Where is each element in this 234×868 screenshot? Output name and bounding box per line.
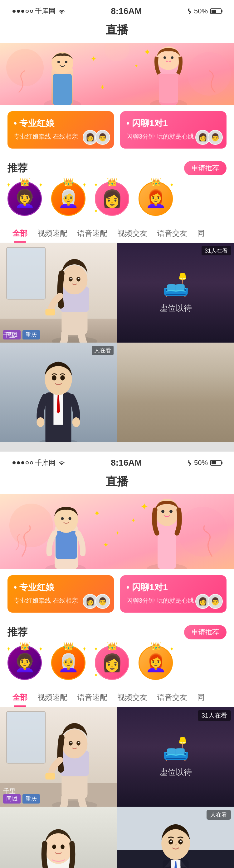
- svg-point-71: [76, 741, 80, 746]
- tab-all-2[interactable]: 全部: [7, 689, 32, 707]
- svg-rect-42: [60, 441, 67, 442]
- live-photo2-virtual: 31人在看 🛋️ 虚位以待: [117, 707, 234, 807]
- live-cell2-whiteshirt[interactable]: 同城 重庆: [0, 807, 117, 868]
- live-cell2-girl1[interactable]: 同城 重庆 千里: [0, 707, 117, 807]
- recommend-title-2: 推荐: [7, 625, 27, 639]
- tab-all[interactable]: 全部: [7, 225, 32, 243]
- svg-rect-10: [53, 74, 72, 105]
- live-grid2-row2: 同城 重庆: [0, 807, 234, 868]
- live-cell2-suitman[interactable]: 人在看: [117, 807, 234, 868]
- sparkle-6: ✦: [170, 182, 174, 188]
- svg-text:✦: ✦: [94, 508, 101, 518]
- rec-item-5[interactable]: 👑 👩‍🦱 ✦ ✦: [7, 646, 42, 680]
- signal-dots: [12, 10, 33, 13]
- live-cell-partial[interactable]: [117, 343, 234, 442]
- svg-point-56: [161, 510, 164, 513]
- svg-point-73: [78, 742, 79, 743]
- svg-text:✦: ✦: [103, 541, 109, 549]
- dot-4: [26, 10, 29, 13]
- tag-tongcheng-2: 同城: [3, 794, 21, 804]
- category-cards-2: 专业红娘 专业红娘牵线 在线相亲 👩 👨 闪聊1对1 闪聊3分钟 玩的就是心跳 …: [0, 569, 234, 619]
- sofa-icon-2: 🛋️: [162, 736, 189, 762]
- crown-icon-1: 👑: [19, 179, 30, 187]
- svg-text:✦: ✦: [100, 84, 105, 91]
- status-right-2: 50%: [187, 459, 222, 467]
- rec-item-4[interactable]: 👑 👩‍🦰 ✦: [138, 182, 173, 216]
- cat-card-matchmaker[interactable]: 专业红娘 专业红娘牵线 在线相亲 👩 👨: [7, 111, 114, 149]
- cat-card-matchmaker-2[interactable]: 专业红娘 专业红娘牵线 在线相亲 👩 👨: [7, 575, 114, 613]
- status-time-1: 8:16AM: [111, 6, 142, 16]
- status-right-1: 50%: [187, 7, 222, 15]
- svg-point-46: [178, 507, 228, 557]
- status-bar-1: 千库网 8:16AM 50%: [0, 0, 234, 19]
- apply-recommend-btn-2[interactable]: 申请推荐: [184, 625, 227, 640]
- svg-rect-41: [50, 441, 57, 442]
- tab-video-match-2[interactable]: 视频速配: [32, 689, 72, 707]
- rec-item-8[interactable]: 👑 👩‍🦰 ✦: [138, 646, 173, 680]
- bluetooth-icon: [187, 8, 191, 14]
- cat-card-chat[interactable]: 闪聊1对1 闪聊3分钟 玩的就是心跳 👩 👨: [120, 111, 227, 149]
- rec-item-3[interactable]: 👑 👩 ✦ ✦: [95, 182, 129, 216]
- svg-point-2: [6, 49, 44, 86]
- apply-recommend-btn[interactable]: 申请推荐: [184, 161, 227, 175]
- tag-chongqing: 重庆: [23, 330, 40, 339]
- recommend-title: 推荐: [7, 161, 27, 175]
- rec-avatar-wrap-6: 👑 👩‍🦳 ✦: [51, 646, 85, 680]
- live-grid2-row1: 同城 重庆 千里 31人在看 🛋️ 虚位以待: [0, 707, 234, 807]
- tab-video-friend-2[interactable]: 视频交友: [112, 689, 152, 707]
- tab-same-2[interactable]: 同: [192, 689, 210, 707]
- live-photo-virtual: 31人在看 🛋️ 虚位以待: [117, 243, 234, 343]
- crown-icon-4: 👑: [150, 179, 161, 187]
- live-username-2: 千里: [3, 787, 16, 796]
- battery-icon-2: [210, 460, 222, 466]
- crown-icon-6: 👑: [63, 643, 74, 651]
- tab-video-match[interactable]: 视频速配: [32, 225, 72, 243]
- svg-point-9: [65, 61, 68, 63]
- live-cell-virtual[interactable]: 31人在看 🛋️ 虚位以待: [117, 243, 234, 343]
- viewer-count-man1: 人在看: [92, 346, 113, 355]
- screen-2: 千库网 8:16AM 50% 直播: [0, 452, 234, 868]
- tab-voice-match[interactable]: 语音速配: [72, 225, 112, 243]
- rec-item-6[interactable]: 👑 👩‍🦳 ✦: [51, 646, 85, 680]
- signal-dots-2: [12, 461, 33, 464]
- rec-item-2[interactable]: 👑 👩‍🦳 ✦: [51, 182, 85, 216]
- sparkle-9: ✦: [82, 646, 87, 652]
- rec-item-1[interactable]: 👑 👩‍🦱 ✦ ✦: [7, 182, 42, 216]
- tab-voice-match-2[interactable]: 语音速配: [72, 689, 112, 707]
- banner2-svg: ✦ ✦ ✦ ✦ ✦: [0, 494, 234, 569]
- tab-voice-friend-2[interactable]: 语音交友: [152, 689, 192, 707]
- rec-avatar-wrap-2: 👑 👩‍🦳 ✦: [51, 182, 85, 216]
- live-cell2-virtual[interactable]: 31人在看 🛋️ 虚位以待: [117, 707, 234, 807]
- svg-point-43: [61, 464, 62, 465]
- live-cell-man1[interactable]: 人在看: [0, 343, 117, 442]
- crown-icon-7: 👑: [107, 643, 118, 651]
- cat-avatars-matchmaker: 👩 👨: [83, 130, 110, 145]
- cat-avatar-8: 👨: [208, 594, 223, 609]
- svg-point-30: [78, 278, 79, 279]
- svg-point-90: [171, 841, 172, 842]
- svg-point-51: [61, 517, 64, 520]
- battery-fill: [211, 10, 216, 13]
- svg-rect-81: [55, 855, 62, 860]
- sparkle-11: ✦: [94, 672, 98, 679]
- sparkle-1: ✦: [6, 182, 11, 188]
- svg-text:✦: ✦: [131, 517, 136, 524]
- sparkle-12: ✦: [170, 646, 174, 652]
- live-grid-row-2: 人在看: [0, 343, 234, 442]
- cat-card-chat-2[interactable]: 闪聊1对1 闪聊3分钟 玩的就是心跳 👩 👨: [120, 575, 227, 613]
- rec-item-7[interactable]: 👑 👩 ✦ ✦: [95, 646, 129, 680]
- svg-point-14: [163, 56, 166, 59]
- dot-8: [21, 461, 24, 464]
- crown-icon-2: 👑: [63, 179, 74, 187]
- tab-voice-friend[interactable]: 语音交友: [152, 225, 192, 243]
- svg-point-29: [70, 278, 72, 279]
- sofa-icon: 🛋️: [162, 272, 189, 298]
- page-title-2: 直播: [0, 471, 234, 494]
- sparkle-7: ✦: [6, 646, 11, 652]
- recommend-list: 👑 👩‍🦱 ✦ ✦ 👑 👩‍🦳 ✦ 👑 👩: [0, 179, 234, 222]
- carrier-label-2: 千库网: [35, 458, 55, 467]
- man1-svg: [0, 343, 117, 442]
- tab-video-friend[interactable]: 视频交友: [112, 225, 152, 243]
- tab-same[interactable]: 同: [192, 225, 210, 243]
- live-cell-girl1[interactable]: 同城 重庆 千里: [0, 243, 117, 343]
